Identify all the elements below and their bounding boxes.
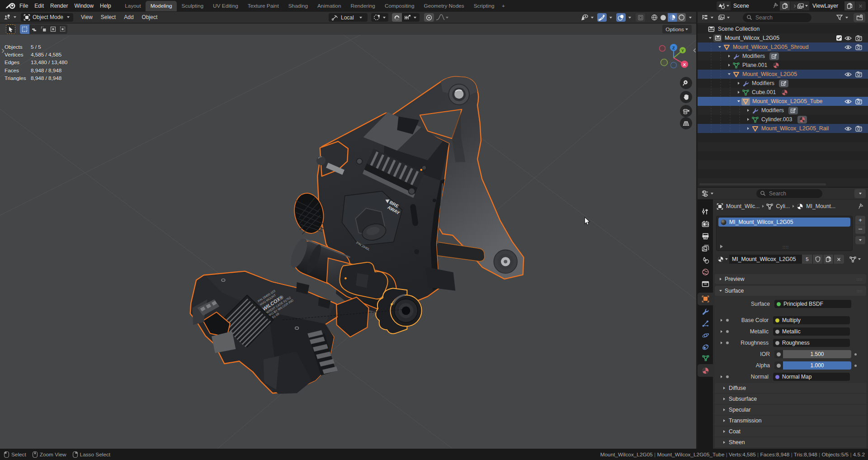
svg-text:X: X	[683, 62, 686, 67]
svg-text:Z: Z	[672, 45, 675, 50]
svg-text:Y: Y	[681, 48, 684, 53]
